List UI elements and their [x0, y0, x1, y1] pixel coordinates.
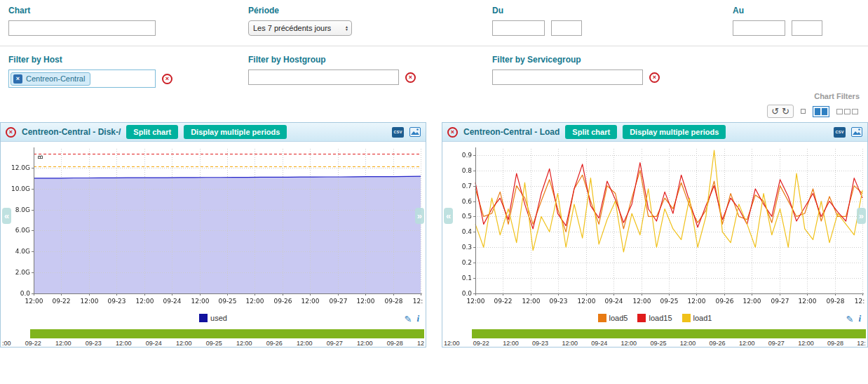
- view-compact-icon[interactable]: [801, 109, 806, 114]
- timeline-tick-label: 09-24: [591, 340, 607, 347]
- timeline-labels: :0009-2212:0009-2312:0009-2412:0009-2512…: [2, 340, 424, 347]
- view-toolbar: ↺ ↻: [0, 100, 868, 122]
- chart-actions: ✎ i: [404, 313, 419, 324]
- disk-chart-area: « »: [1, 143, 426, 312]
- timeline-selector[interactable]: [30, 329, 424, 338]
- panel-header: × Centreon-Central - Disk-/ Split chart …: [1, 123, 426, 142]
- legend-swatch-icon: [598, 314, 606, 322]
- close-chart-icon[interactable]: ×: [6, 127, 16, 138]
- au-time-input[interactable]: [792, 20, 822, 36]
- hostgroup-filter-input[interactable]: [248, 69, 399, 85]
- du-date-input[interactable]: [492, 20, 545, 36]
- timeline-tick-label: 09-22: [473, 340, 489, 347]
- timeline-tick-label: 12:00: [444, 340, 460, 347]
- timeline-tick-label: 09-26: [266, 340, 283, 347]
- host-filter-group: Filter by Host × Centreon-Central ×: [8, 55, 248, 88]
- split-chart-button[interactable]: Split chart: [565, 125, 617, 139]
- du-time-input[interactable]: [551, 20, 582, 36]
- timeline-tick-label: 09-28: [387, 340, 403, 347]
- clear-servicegroup-filter-icon[interactable]: ×: [649, 72, 660, 83]
- info-icon[interactable]: i: [858, 313, 861, 324]
- timeline-tick-label: 12:00: [503, 340, 519, 347]
- timeline-tick-label: 09-22: [25, 340, 41, 347]
- view-two-column-icon[interactable]: [813, 106, 829, 117]
- chart-panel-load: × Centreon-Central - Load Split chart Di…: [442, 122, 868, 347]
- legend-item: load15: [637, 314, 672, 322]
- divider: [0, 46, 868, 46]
- image-export-icon[interactable]: [851, 127, 862, 137]
- servicegroup-filter-label: Filter by Servicegroup: [492, 55, 733, 65]
- csv-export-icon[interactable]: CSV: [834, 127, 846, 138]
- legend-swatch-icon: [682, 314, 691, 322]
- timeline-tick-label: 12:00: [621, 340, 637, 347]
- servicegroup-filter-group: Filter by Servicegroup ×: [492, 55, 733, 85]
- legend-item: load1: [682, 314, 712, 322]
- view-three-column-icon[interactable]: [836, 109, 858, 114]
- host-filter-input[interactable]: × Centreon-Central: [8, 69, 156, 88]
- periode-selected-value: Les 7 précédents jours: [253, 24, 331, 32]
- previous-period-button[interactable]: «: [2, 208, 11, 224]
- timeline-tick-label: 12:00: [562, 340, 578, 347]
- display-multiple-periods-button[interactable]: Display multiple periods: [623, 125, 726, 139]
- split-chart-button[interactable]: Split chart: [126, 125, 178, 139]
- timeline-tick-label: 12:00: [357, 340, 373, 347]
- clear-hostgroup-filter-icon[interactable]: ×: [405, 72, 416, 83]
- chart-search-input[interactable]: [8, 20, 156, 36]
- timeline-tick-label: 09-25: [650, 340, 666, 347]
- image-export-icon[interactable]: [409, 127, 421, 137]
- close-chart-icon[interactable]: ×: [447, 127, 458, 138]
- servicegroup-filter-input[interactable]: [492, 69, 643, 85]
- edit-pencil-icon[interactable]: ✎: [404, 314, 412, 324]
- clear-host-filter-icon[interactable]: ×: [162, 74, 172, 84]
- timeline-tick-label: 12:00: [798, 340, 814, 347]
- chart-filter-group: Chart: [8, 6, 248, 36]
- chart-label: Chart: [8, 6, 248, 15]
- chart-panels: × Centreon-Central - Disk-/ Split chart …: [0, 122, 868, 347]
- csv-export-icon[interactable]: CSV: [392, 127, 404, 138]
- host-filter-label: Filter by Host: [8, 55, 248, 65]
- chart-panel-disk: × Centreon-Central - Disk-/ Split chart …: [0, 122, 426, 347]
- disk-usage-chart[interactable]: [1, 143, 425, 312]
- periode-filter-group: Période Les 7 précédents jours ▲▼: [248, 6, 492, 36]
- next-period-button[interactable]: »: [415, 208, 424, 224]
- info-icon[interactable]: i: [416, 313, 419, 324]
- hostgroup-filter-label: Filter by Hostgroup: [248, 55, 492, 65]
- load-chart[interactable]: [443, 143, 867, 312]
- legend-row: used ✎ i: [1, 312, 426, 327]
- legend-item: load5: [598, 314, 628, 322]
- timeline-tick-label: 09-25: [206, 340, 222, 347]
- timeline-tick-label: 09-27: [768, 340, 785, 347]
- periode-label: Période: [248, 6, 492, 15]
- timeline-tick-label: 09-24: [146, 340, 162, 347]
- au-filter-group: Au: [733, 6, 860, 36]
- timeline-tick-label: 09-28: [827, 340, 843, 347]
- chart-title: Centreon-Central - Load: [463, 127, 560, 137]
- timeline-tick-label: 12:00: [55, 340, 72, 347]
- timeline-tick-label: 12:00: [739, 340, 755, 347]
- periode-select[interactable]: Les 7 précédents jours ▲▼: [248, 20, 352, 36]
- timeline-selector[interactable]: [472, 329, 866, 338]
- chip-remove-icon[interactable]: ×: [13, 74, 22, 84]
- next-period-button[interactable]: »: [857, 208, 866, 224]
- load-chart-area: « »: [442, 143, 867, 312]
- refresh-cw-icon[interactable]: ↻: [782, 106, 789, 117]
- timeline-tick-label: 12:00: [236, 340, 252, 347]
- host-chip[interactable]: × Centreon-Central: [11, 72, 90, 86]
- du-label: Du: [492, 6, 733, 15]
- legend-swatch-icon: [199, 314, 208, 322]
- chart-filters-section: Chart Période Les 7 précédents jours ▲▼ …: [0, 0, 868, 100]
- timeline-tick-label: 12:00: [680, 340, 696, 347]
- select-arrows-icon: ▲▼: [345, 25, 348, 32]
- edit-pencil-icon[interactable]: ✎: [846, 314, 853, 324]
- hostgroup-filter-group: Filter by Hostgroup ×: [248, 55, 492, 85]
- timeline-tick-label: 09-26: [710, 340, 726, 347]
- legend-item: used: [199, 314, 227, 322]
- host-chip-label: Centreon-Central: [26, 74, 85, 83]
- au-date-input[interactable]: [733, 20, 785, 36]
- refresh-ccw-icon[interactable]: ↺: [771, 106, 779, 117]
- display-multiple-periods-button[interactable]: Display multiple periods: [184, 125, 287, 139]
- timeline-tick-label: 12:00: [297, 340, 313, 347]
- du-filter-group: Du: [492, 6, 733, 36]
- previous-period-button[interactable]: «: [444, 208, 453, 224]
- timeline-tick-label: 09-23: [86, 340, 102, 347]
